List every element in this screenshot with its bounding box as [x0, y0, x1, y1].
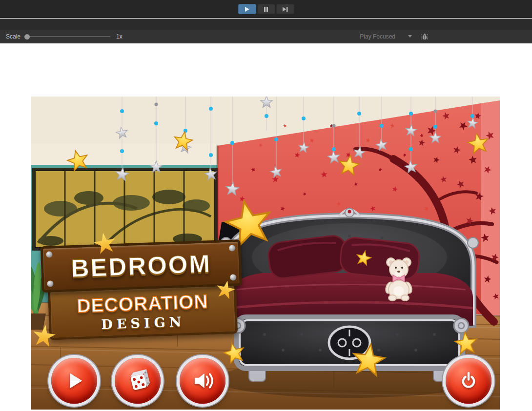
scale-value: 1x — [116, 33, 123, 40]
step-forward-icon — [282, 6, 288, 13]
unity-main-toolbar — [0, 0, 532, 18]
game-title-line1: BEDROOM — [71, 249, 212, 283]
step-button[interactable] — [276, 4, 294, 14]
transport-buttons — [0, 0, 532, 14]
scale-slider-knob[interactable] — [24, 34, 30, 39]
play-icon — [244, 6, 250, 13]
scale-slider-track — [29, 36, 110, 37]
sign-board-top: BEDROOM — [41, 239, 242, 293]
game-title-line2: DECORATION — [77, 291, 209, 316]
play-icon — [59, 366, 89, 396]
dice-icon — [123, 366, 153, 396]
unity-editor-window: Scale 1x Play Focused — [0, 0, 532, 411]
stud-icon — [47, 280, 53, 287]
power-button[interactable] — [446, 358, 491, 404]
play-focused-dropdown[interactable]: Play Focused — [360, 33, 412, 40]
editor-pane-header — [0, 19, 532, 30]
game-view-toolbar: Scale 1x Play Focused — [0, 30, 532, 43]
game-view: BEDROOM DECORATION DESIGN — [31, 97, 500, 410]
play-button[interactable] — [238, 4, 256, 14]
game-title-line3: DESIGN — [101, 313, 185, 332]
pause-icon — [263, 6, 269, 13]
debug-toggle-button[interactable] — [421, 33, 429, 40]
scale-label: Scale — [6, 33, 20, 40]
stud-icon — [229, 245, 235, 251]
title-sign: BEDROOM DECORATION DESIGN — [41, 239, 244, 340]
chevron-down-icon — [408, 35, 412, 38]
scale-slider[interactable] — [24, 33, 110, 40]
stud-icon — [230, 274, 236, 280]
sound-button[interactable] — [180, 358, 225, 404]
play-game-button[interactable] — [51, 358, 97, 404]
speaker-icon — [187, 366, 218, 396]
stud-icon — [46, 251, 52, 257]
dice-button[interactable] — [115, 358, 161, 404]
sign-board-bottom: DECORATION DESIGN — [48, 283, 238, 340]
play-focused-label: Play Focused — [360, 33, 395, 40]
power-icon — [453, 366, 484, 396]
bug-icon — [421, 33, 429, 40]
pause-button[interactable] — [257, 4, 275, 14]
